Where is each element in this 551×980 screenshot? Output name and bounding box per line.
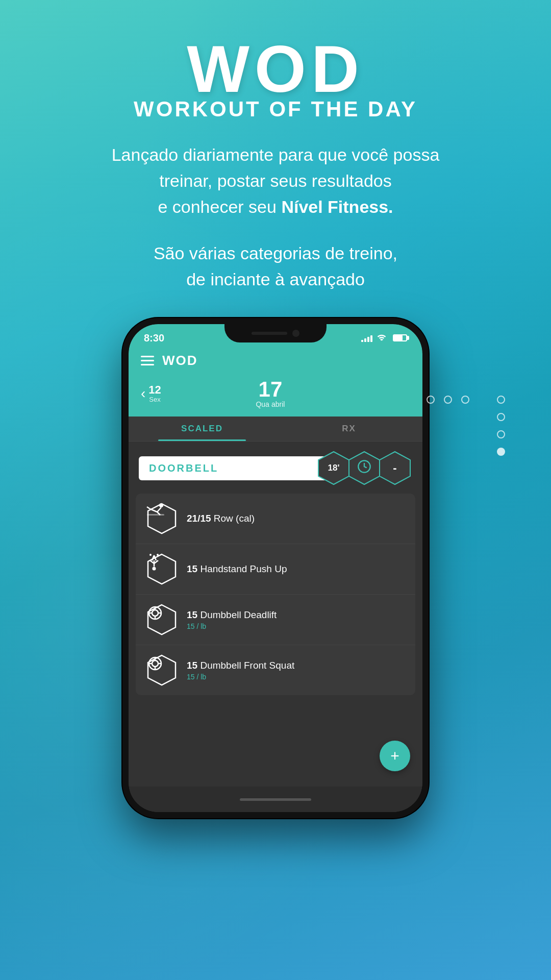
svg-point-29	[152, 660, 158, 667]
battery-fill	[394, 335, 403, 340]
svg-point-22	[152, 610, 158, 616]
svg-line-7	[150, 509, 157, 512]
battery-icon	[393, 334, 407, 341]
wod-title: WOD	[0, 36, 551, 102]
deadlift-exercise-text: 15 Dumbbell Deadlift 15 / lb	[187, 609, 405, 631]
row-figure-icon	[146, 503, 165, 517]
signal-bar-2	[364, 338, 366, 342]
frontsquat-count: 15	[187, 660, 197, 671]
handstand-exercise-icon	[146, 553, 178, 585]
exercise-frontsquat-item: 15 Dumbbell Front Squat 15 / lb	[136, 645, 415, 695]
hamburger-line-2	[141, 360, 154, 361]
svg-point-5	[159, 503, 163, 507]
desc-bold: Nível Fitness.	[281, 197, 393, 216]
workout-list: 21/15 Row (cal)	[136, 494, 415, 695]
frontsquat-exercise-text: 15 Dumbbell Front Squat 15 / lb	[187, 659, 405, 681]
svg-line-6	[157, 507, 161, 512]
doorbell-header: DOORBELL 18'	[139, 451, 412, 485]
notch-speaker	[252, 332, 287, 335]
phone-mockup: 8:30	[122, 318, 429, 818]
dot-2	[444, 396, 452, 404]
exercise-row-item: 21/15 Row (cal)	[136, 494, 415, 544]
phone-btn-mute	[122, 396, 126, 426]
chevron-left-icon: ‹	[141, 385, 145, 402]
svg-point-12	[153, 567, 156, 571]
row-count: 21/15	[187, 513, 211, 524]
wod-subtitle: WORKOUT OF THE DAY	[0, 97, 551, 121]
signal-bars-icon	[361, 334, 372, 342]
deadlift-label: Dumbbell Deadlift	[200, 609, 277, 620]
doorbell-label: DOORBELL	[149, 462, 218, 474]
workout-section: DOORBELL 18'	[129, 442, 422, 787]
desc-line1: Lançado diariamente para que você possa	[112, 145, 440, 164]
description-text: Lançado diariamente para que você possa …	[0, 142, 551, 220]
tab-rx[interactable]: RX	[276, 416, 422, 441]
row-exercise-icon	[146, 503, 178, 534]
frontsquat-exercise-icon	[146, 654, 178, 686]
dot-col-2	[497, 413, 505, 421]
signal-bar-1	[361, 340, 363, 342]
time-badge: 18'	[316, 451, 351, 485]
dot-col-1	[497, 396, 505, 404]
dots-col	[497, 396, 505, 456]
secondary-text: São várias categorias de treino, de inci…	[0, 240, 551, 292]
frontsquat-sub: 15 / lb	[187, 673, 405, 681]
secondary-line1: São várias categorias de treino,	[154, 243, 397, 263]
phone-btn-vol-down	[122, 487, 126, 528]
phone-container: 8:30	[0, 318, 551, 818]
home-indicator[interactable]	[240, 798, 311, 801]
date-prev-num: 12	[148, 384, 161, 396]
dot-col-3	[497, 430, 505, 438]
signal-bar-4	[370, 335, 372, 342]
minus-label: -	[393, 461, 396, 475]
notch-camera	[292, 330, 299, 337]
handstand-label: Handstand Push Up	[200, 564, 287, 574]
svg-line-9	[147, 507, 150, 509]
exercise-handstand-item: 15 Handstand Push Up	[136, 544, 415, 595]
svg-point-19	[157, 554, 159, 556]
status-icons	[361, 333, 407, 343]
signal-bar-3	[367, 337, 369, 342]
date-current-num: 17	[259, 379, 283, 400]
dumbbell-frontsquat-icon	[146, 654, 164, 673]
deadlift-sub: 15 / lb	[187, 622, 405, 630]
app-screen: 8:30	[129, 324, 422, 812]
deadlift-exercise-icon	[146, 604, 178, 635]
clock-icon	[357, 459, 371, 477]
handstand-count: 15	[187, 564, 197, 574]
deadlift-count: 15	[187, 609, 197, 620]
exercise-deadlift-item: 15 Dumbbell Deadlift 15 / lb	[136, 595, 415, 645]
phone-bottom-bar	[129, 787, 422, 812]
frontsquat-exercise-name: 15 Dumbbell Front Squat	[187, 659, 405, 672]
handstand-exercise-text: 15 Handstand Push Up	[187, 563, 405, 576]
handstand-exercise-name: 15 Handstand Push Up	[187, 563, 405, 576]
tab-scaled[interactable]: SCALED	[129, 416, 276, 441]
app-tabs: SCALED RX	[129, 416, 422, 442]
deadlift-exercise-name: 15 Dumbbell Deadlift	[187, 609, 405, 622]
row-exercise-text: 21/15 Row (cal)	[187, 512, 405, 525]
date-prev[interactable]: ‹ 12 Sex	[141, 384, 161, 403]
dot-3	[461, 396, 469, 404]
timer-badges: 18'	[316, 451, 412, 485]
row-label: Row (cal)	[214, 513, 255, 524]
frontsquat-label: Dumbbell Front Squat	[200, 660, 294, 671]
phone-btn-vol-up	[122, 436, 126, 477]
app-title: WOD	[162, 353, 198, 369]
svg-line-17	[154, 555, 156, 560]
date-current-day: Qua	[256, 400, 269, 408]
date-prev-day: Sex	[149, 396, 160, 403]
svg-point-18	[149, 554, 152, 556]
fab-add-button[interactable]: +	[380, 741, 410, 771]
handstand-figure-icon	[146, 553, 162, 572]
clock-badge	[347, 451, 382, 485]
hamburger-menu-icon[interactable]	[141, 356, 154, 365]
date-current-month: abril	[271, 400, 285, 408]
phone-notch	[224, 324, 327, 342]
dots-row	[427, 396, 469, 404]
date-current: 17 Qua abril	[256, 379, 285, 408]
dumbbell-deadlift-icon	[146, 604, 164, 622]
minus-badge[interactable]: -	[378, 451, 412, 485]
hamburger-line-1	[141, 356, 154, 357]
header-section: WOD WORKOUT OF THE DAY Lançado diariamen…	[0, 0, 551, 308]
row-exercise-name: 21/15 Row (cal)	[187, 512, 405, 525]
